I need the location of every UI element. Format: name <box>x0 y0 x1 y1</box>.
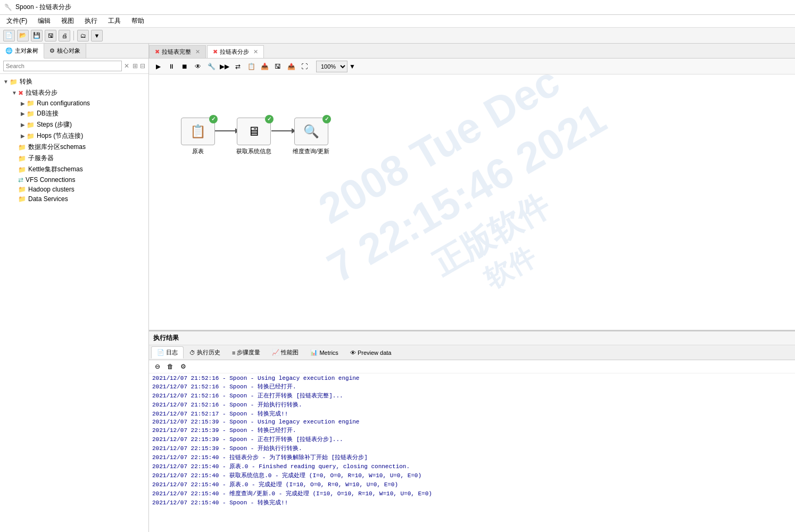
folder-icon-steps: 📁 <box>27 121 35 129</box>
preview-data-label: Preview data <box>358 350 392 356</box>
tab-step-metrics[interactable]: ≡ 步骤度量 <box>226 346 266 359</box>
layers-button[interactable]: 🗂 <box>77 30 89 41</box>
tree-item-db[interactable]: ▶ 📁 DB连接 <box>0 108 148 119</box>
save-as-button[interactable]: 🖫 <box>45 30 56 41</box>
workflow-node-dimension[interactable]: 🔍 ✓ 维度查询/更新 <box>293 118 329 155</box>
canvas-toolbar: ▶ ⏸ ⏹ 👁 🔧 ▶▶ ⇄ 📋 📥 🖫 📤 ⛶ 100% 75% 50% 15… <box>149 59 795 74</box>
workflow-container: 📋 ✓ 原表 🖥 ✓ 获 <box>181 117 329 155</box>
save-icon-button[interactable]: 🖫 <box>272 61 284 72</box>
menu-view[interactable]: 视图 <box>59 15 76 27</box>
tree-toggle-run[interactable]: ▶ <box>19 101 27 106</box>
watermark-line3: 正版软件 <box>345 139 636 330</box>
arrow-line-1 <box>215 130 236 131</box>
tab-perf-chart[interactable]: 📈 性能图 <box>266 346 304 359</box>
tree-item-run-config[interactable]: ▶ 📁 Run configurations <box>0 98 148 108</box>
tab-core-object[interactable]: ⚙ 核心对象 <box>44 44 86 58</box>
tree-toggle-conversion[interactable]: ▼ <box>2 79 10 85</box>
tree-toggle-lalizf[interactable]: ▼ <box>11 90 18 96</box>
zoom-select[interactable]: 100% 75% 50% 150% 200% <box>316 61 347 72</box>
toolbar-separator <box>73 31 74 40</box>
tree-toggle-hops[interactable]: ▶ <box>19 133 27 139</box>
log-line: 2021/12/07 22:15:40 - 原表.0 - 完成处理 (I=10,… <box>152 480 792 489</box>
tab-editor-complete[interactable]: ✖ 拉链表完整 ✕ <box>149 45 206 58</box>
workflow-node-sysinfo[interactable]: 🖥 ✓ 获取系统信息 <box>236 118 271 155</box>
tab-step-icon: ✖ <box>213 48 218 55</box>
menu-file[interactable]: 文件(F) <box>4 15 29 27</box>
log-line: 2021/12/07 22:15:40 - Spoon - 转换完成!! <box>152 498 792 507</box>
play-button[interactable]: ▶ <box>152 61 164 72</box>
dropdown-button[interactable]: ▼ <box>91 30 103 41</box>
export-button[interactable]: 📤 <box>285 61 297 72</box>
tab-editor-step[interactable]: ✖ 拉链表分步 ✕ <box>207 45 264 58</box>
arrow-1 <box>215 117 236 145</box>
tree-label-steps: Steps (步骤) <box>37 120 72 129</box>
canvas-area[interactable]: 2008 Tue Dec 7 22:15:46 2021 正版软件 软件 📋 ✓… <box>149 74 795 330</box>
tree-item-vfs[interactable]: ⇄ VFS Connections <box>0 175 148 185</box>
sql-button[interactable]: 📥 <box>259 61 270 72</box>
preview-button[interactable]: 👁 <box>192 61 204 72</box>
tab-exec-history[interactable]: ⏱ 执行历史 <box>184 346 226 359</box>
debug-button[interactable]: 🔧 <box>205 61 217 72</box>
zoom-chevron: ▼ <box>349 63 355 70</box>
search-input[interactable] <box>3 61 122 71</box>
tab-preview-data[interactable]: 👁 Preview data <box>344 347 397 358</box>
clear-search-icon[interactable]: ✕ <box>124 62 129 70</box>
node-icon-dimension: 🔍 <box>303 124 319 139</box>
tab-metrics[interactable]: 📊 Metrics <box>304 347 344 358</box>
menu-edit[interactable]: 编辑 <box>36 15 53 27</box>
tab-main-object[interactable]: 🌐 主对象树 <box>0 44 44 59</box>
workflow-node-original[interactable]: 📋 ✓ 原表 <box>181 118 215 155</box>
tab-complete-label: 拉链表完整 <box>162 48 191 56</box>
tree-item-subserver[interactable]: 📁 子服务器 <box>0 153 148 164</box>
save-button[interactable]: 💾 <box>31 30 43 41</box>
node-box-sysinfo[interactable]: 🖥 ✓ <box>237 118 271 145</box>
app-icon: 🥄 <box>4 4 12 11</box>
toolbar: 📄 📂 💾 🖫 🖨 🗂 ▼ <box>0 28 795 44</box>
tree-item-dbschemas[interactable]: 📁 数据库分区schemas <box>0 142 148 153</box>
check-button[interactable]: ⇄ <box>232 61 244 72</box>
tab-step-label: 拉链表分步 <box>220 48 249 56</box>
tab-log[interactable]: 📄 日志 <box>151 346 184 359</box>
log-delete-button[interactable]: 🗑 <box>165 361 176 372</box>
tab-complete-close[interactable]: ✕ <box>195 48 200 55</box>
bottom-toolbar: ⊖ 🗑 ⚙ <box>149 360 795 373</box>
pause-button[interactable]: ⏸ <box>165 61 177 72</box>
tree-item-lalizf[interactable]: ▼ ✖ 拉链表分步 <box>0 87 148 98</box>
new-button[interactable]: 📄 <box>3 30 15 41</box>
editor-tabs: ✖ 拉链表完整 ✕ ✖ 拉链表分步 ✕ <box>149 44 795 59</box>
right-panel: ✖ 拉链表完整 ✕ ✖ 拉链表分步 ✕ ▶ ⏸ ⏹ 👁 🔧 ▶▶ ⇄ 📋 📥 🖫… <box>149 44 795 532</box>
tree-expand-icon[interactable]: ⊞ <box>132 62 138 70</box>
menu-help[interactable]: 帮助 <box>129 15 146 27</box>
node-box-original[interactable]: 📋 ✓ <box>181 118 215 145</box>
tree-collapse-icon[interactable]: ⊟ <box>140 62 145 70</box>
log-line: 2021/12/07 22:15:39 - Spoon - Using lega… <box>152 418 792 426</box>
replay-button[interactable]: ▶▶ <box>219 61 230 72</box>
open-button[interactable]: 📂 <box>17 30 29 41</box>
print-button[interactable]: 🖨 <box>59 30 70 41</box>
log-line: 2021/12/07 22:15:39 - Spoon - 转换已经打开. <box>152 426 792 435</box>
layout-button[interactable]: ⛶ <box>299 61 310 72</box>
node-box-dimension[interactable]: 🔍 ✓ <box>294 118 328 145</box>
watermark-line1: 2008 Tue Dec <box>290 74 588 247</box>
arrow-2 <box>271 117 293 145</box>
folder-icon-dataservices: 📁 <box>18 195 26 203</box>
tree-item-steps[interactable]: ▶ 📁 Steps (步骤) <box>0 119 148 130</box>
tree-item-dataservices[interactable]: 📁 Data Services <box>0 194 148 204</box>
tree-toggle-db[interactable]: ▶ <box>19 111 27 117</box>
tree-item-kettle[interactable]: 📁 Kettle集群schemas <box>0 164 148 175</box>
menu-execute[interactable]: 执行 <box>82 15 100 27</box>
tree-label-conversion: 转换 <box>20 77 32 86</box>
impact-button[interactable]: 📋 <box>245 61 257 72</box>
stop-button[interactable]: ⏹ <box>179 61 191 72</box>
tree-item-hops[interactable]: ▶ 📁 Hops (节点连接) <box>0 130 148 142</box>
metrics-label: Metrics <box>319 350 338 356</box>
tab-step-close[interactable]: ✕ <box>253 48 258 55</box>
log-content: 2021/12/07 21:52:16 - Spoon - Using lega… <box>149 373 795 532</box>
log-clear-button[interactable]: ⊖ <box>152 361 163 372</box>
menu-tools[interactable]: 工具 <box>106 15 123 27</box>
tree-item-hadoop[interactable]: 📁 Hadoop clusters <box>0 185 148 194</box>
log-settings-button[interactable]: ⚙ <box>178 361 188 372</box>
tree-item-conversion[interactable]: ▼ 📁 转换 <box>0 76 148 87</box>
tree-label-subserver: 子服务器 <box>28 154 54 163</box>
tree-toggle-steps[interactable]: ▶ <box>19 122 27 128</box>
